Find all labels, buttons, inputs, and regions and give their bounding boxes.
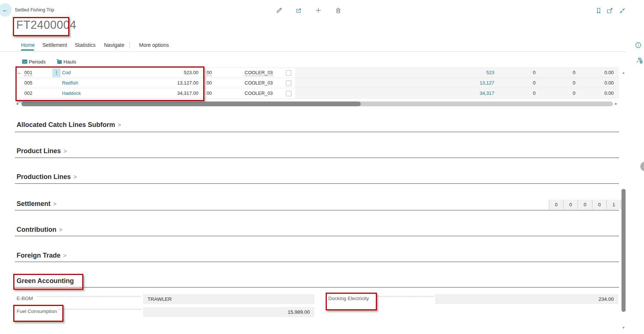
vscroll-thumb[interactable] <box>622 189 626 312</box>
line-no-cell[interactable]: 005 <box>24 78 32 88</box>
page-title: FT2400004 <box>16 18 76 32</box>
zero-cell[interactable]: 0 <box>553 78 575 88</box>
ebom-field[interactable]: TRAWLER <box>143 294 314 304</box>
plus-icon <box>315 7 322 14</box>
periods-button[interactable]: Periods <box>29 59 46 65</box>
row-checkbox[interactable] <box>286 80 291 86</box>
pencil-icon <box>276 7 283 14</box>
section-divider <box>15 236 619 236</box>
line-no-cell[interactable]: 001 <box>24 68 32 78</box>
ellipsis-icon: ⋮ <box>54 70 59 75</box>
trash-icon <box>335 7 342 14</box>
container-cell[interactable]: COOLER_03 <box>245 88 273 98</box>
hauls-button-icon-wrap[interactable] <box>55 58 63 66</box>
container-cell[interactable]: COOLER_03 <box>245 68 273 78</box>
collapse-button[interactable] <box>618 7 626 15</box>
quantity-link[interactable]: 523 <box>439 68 494 78</box>
bookmark-button[interactable] <box>595 7 603 15</box>
back-arrow-icon: ← <box>2 6 8 14</box>
share-button[interactable] <box>295 6 303 14</box>
periods-calendar-icon <box>21 58 28 65</box>
periods-button-icon-wrap[interactable] <box>21 58 29 66</box>
delete-button[interactable] <box>334 6 342 14</box>
section-product-lines[interactable]: Product Lines> <box>17 147 67 155</box>
zero-cell[interactable]: 0 <box>513 68 536 78</box>
share-icon <box>295 7 302 14</box>
open-in-window-button[interactable] <box>606 7 614 15</box>
zero-cell[interactable]: 0 <box>553 68 575 78</box>
hscroll-right-arrow[interactable]: ► <box>614 101 618 106</box>
tab-statistics[interactable]: Statistics <box>75 42 96 48</box>
value-cell[interactable]: 0.00 <box>577 78 614 88</box>
haul-no-cell[interactable]: 00 <box>207 78 212 88</box>
row-checkbox[interactable] <box>286 70 291 76</box>
table-row[interactable]: 005 Redfish 13,127.00 00 COOLER_03 13,12… <box>0 78 644 88</box>
chevron-right-icon: > <box>59 227 62 233</box>
section-divider <box>15 158 619 158</box>
container-cell[interactable]: COOLER_03 <box>245 78 273 88</box>
vscroll-down-arrow[interactable]: ▼ <box>622 326 625 330</box>
summary-tile[interactable]: 0 <box>592 200 606 209</box>
zero-cell[interactable]: 0 <box>513 78 536 88</box>
section-divider <box>15 210 619 210</box>
section-allocated-catch-lines[interactable]: Allocated Catch Lines Subform> <box>17 121 121 129</box>
ebom-label: E-BOM <box>17 296 33 301</box>
haul-no-cell[interactable]: 00 <box>207 68 212 78</box>
section-foreign-trade[interactable]: Foreign Trade> <box>17 252 66 259</box>
back-button[interactable]: ← <box>0 3 12 17</box>
tab-home[interactable]: Home <box>21 42 35 48</box>
current-row-arrow-icon: → <box>16 68 21 78</box>
table-row[interactable]: → 001 ⋮ Cod 523.00 00 COOLER_03 523 0 0 … <box>0 68 644 78</box>
chevron-right-icon: > <box>118 122 121 128</box>
new-button[interactable] <box>314 6 322 14</box>
value-cell[interactable]: 0.00 <box>577 68 614 78</box>
amount-cell[interactable]: 523.00 <box>144 68 198 78</box>
fuel-consumption-field[interactable]: 15,989.00 <box>143 307 314 317</box>
species-link[interactable]: Haddock <box>62 88 81 98</box>
section-divider <box>15 183 619 184</box>
chevron-right-icon: > <box>63 252 66 259</box>
species-link[interactable]: Cod <box>62 68 71 78</box>
value-cell[interactable]: 0.00 <box>577 88 614 98</box>
species-link[interactable]: Redfish <box>62 78 78 88</box>
line-no-cell[interactable]: 002 <box>24 88 32 98</box>
summary-tile[interactable]: 0 <box>578 200 592 209</box>
info-button[interactable] <box>634 41 642 49</box>
zero-cell[interactable]: 0 <box>553 88 575 98</box>
quantity-link[interactable]: 34,317 <box>439 88 494 98</box>
amount-cell[interactable]: 13,127.00 <box>144 78 198 88</box>
row-menu-button[interactable]: ⋮ <box>52 68 60 77</box>
haul-no-cell[interactable]: 00 <box>207 88 212 98</box>
section-contribution[interactable]: Contribution> <box>17 226 62 234</box>
docking-electricity-label: Docking Electricity <box>328 296 369 301</box>
row-checkbox[interactable] <box>286 91 291 96</box>
zero-cell[interactable]: 0 <box>513 88 536 98</box>
bookmark-icon <box>595 7 602 14</box>
section-green-accounting[interactable]: Green Accounting <box>17 277 74 285</box>
section-production-lines[interactable]: Production Lines> <box>17 173 77 181</box>
tab-settlement[interactable]: Settlement <box>42 42 67 48</box>
summary-tile[interactable]: 0 <box>549 200 563 209</box>
pin-icon <box>635 56 643 64</box>
info-icon <box>635 42 642 49</box>
tab-navigate[interactable]: Navigate <box>104 42 124 48</box>
page: ← Settled Fishing Trip FT2400004 Home Se… <box>0 0 644 334</box>
edit-button[interactable] <box>275 6 283 14</box>
docking-electricity-field[interactable]: 234.00 <box>435 294 618 304</box>
table-row[interactable]: 002 Haddock 34,317.00 00 COOLER_03 34,31… <box>0 88 644 98</box>
summary-tile[interactable]: 0 <box>563 200 578 209</box>
summary-tile[interactable]: 1 <box>606 200 621 209</box>
hauls-button[interactable]: Hauls <box>63 59 76 65</box>
more-options[interactable]: More options <box>139 42 169 48</box>
amount-cell[interactable]: 34,317.00 <box>144 88 198 98</box>
hscroll-thumb[interactable] <box>21 101 361 106</box>
leader-dots <box>37 295 141 297</box>
leader-dots <box>377 295 434 297</box>
pin-pane-button[interactable] <box>635 56 643 64</box>
section-divider <box>15 132 619 132</box>
quantity-link[interactable]: 13,127 <box>439 78 494 88</box>
chevron-right-icon: > <box>53 201 56 207</box>
hscroll-left-arrow[interactable]: ◄ <box>15 101 19 106</box>
section-settlement[interactable]: Settlement> <box>17 200 56 208</box>
vscroll-up-arrow[interactable]: ▲ <box>622 70 625 75</box>
